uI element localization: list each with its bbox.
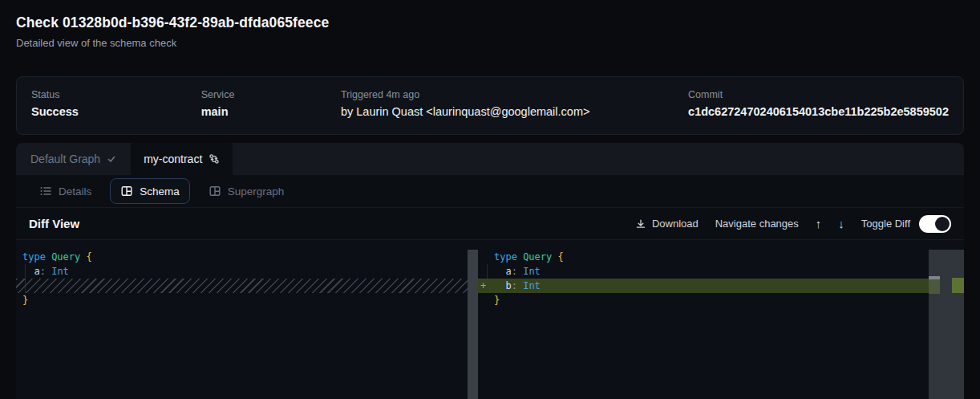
added-line-plus-sign: + [480,279,486,293]
page-header: Check 01328b0d-b396-43f2-89ab-dfda065fee… [16,14,329,49]
triggered-label: Triggered 4m ago [341,89,688,100]
tab-my-contract[interactable]: my-contract [131,143,233,175]
added-code-line: + b: Int [478,279,940,293]
service-value: main [201,105,341,118]
code-line: type Query { [478,250,964,264]
graph-tabstrip: Default Graph my-contract [16,143,964,175]
meta-service: Service main [201,89,341,118]
right-scrollbar-overview-ruler[interactable] [929,250,964,399]
tab-details[interactable]: Details [29,178,102,204]
list-icon [39,185,52,197]
tab-schema-label: Schema [140,185,180,197]
check-panel: Default Graph my-contract Details Schema [16,143,964,399]
git-compare-icon [209,153,220,165]
schema-diff-editor: type Query { a: Int} type Query { a: Int… [16,240,964,399]
code-line: type Query { [16,250,468,264]
tab-supergraph-label: Supergraph [228,185,285,197]
tab-schema[interactable]: Schema [110,178,190,204]
meta-status: Status Success [31,89,201,118]
code-line: } [16,293,468,307]
panels-icon [120,185,133,197]
download-icon [635,218,646,230]
diff-pane-before: type Query { a: Int} [16,240,468,399]
diff-placeholder-line [16,279,468,293]
code-line: a: Int [478,264,964,279]
commit-label: Commit [688,89,949,100]
toggle-diff-switch[interactable] [919,215,951,233]
next-change-button[interactable]: ↓ [838,217,844,230]
service-label: Service [201,89,341,100]
panel-body: Details Schema Supergraph Diff View Down… [16,175,964,399]
code-line: } [478,293,964,307]
previous-change-button[interactable]: ↑ [816,217,822,230]
diff-actions: Download Navigate changes ↑ ↓ Toggle Dif… [635,215,951,233]
page-title: Check 01328b0d-b396-43f2-89ab-dfda065fee… [16,14,329,31]
code-line: a: Int [16,264,468,279]
meta-triggered: Triggered 4m ago by Laurin Quast <laurin… [341,89,688,118]
left-scrollbar[interactable] [468,250,478,399]
switch-knob [935,217,950,231]
toggle-diff-label: Toggle Diff [861,218,910,230]
page-subtitle: Detailed view of the schema check [16,37,329,49]
check-meta-card: Status Success Service main Triggered 4m… [16,76,964,135]
status-label: Status [31,89,201,100]
triggered-value: by Laurin Quast <laurinquast@googlemail.… [341,105,688,118]
tab-default-graph[interactable]: Default Graph [16,143,131,175]
after-code: type Query { a: Int+ b: Int} [478,240,964,307]
toggle-diff-group: Toggle Diff [861,215,951,233]
download-button[interactable]: Download [635,218,699,230]
default-graph-label: Default Graph [30,153,100,165]
diff-view-title: Diff View [29,217,79,230]
before-code: type Query { a: Int} [16,240,468,307]
check-icon [107,154,116,164]
commit-value: c1dc62724702406154013cbe11b225b2e5859502 [688,105,949,118]
added-change-marker [952,278,964,293]
navigate-changes-label: Navigate changes [715,218,799,230]
tab-supergraph[interactable]: Supergraph [198,178,295,204]
tab-details-label: Details [59,185,91,197]
diff-toolbar: Diff View Download Navigate changes ↑ ↓ … [16,207,964,240]
added-row-tint [929,279,940,294]
diff-pane-after: type Query { a: Int+ b: Int} [478,240,964,399]
meta-commit: Commit c1dc62724702406154013cbe11b225b2e… [688,89,949,118]
panels-icon [209,185,221,197]
my-contract-label: my-contract [144,153,202,165]
view-subtabs: Details Schema Supergraph [16,175,964,207]
download-label: Download [652,218,699,230]
status-value: Success [31,105,201,118]
